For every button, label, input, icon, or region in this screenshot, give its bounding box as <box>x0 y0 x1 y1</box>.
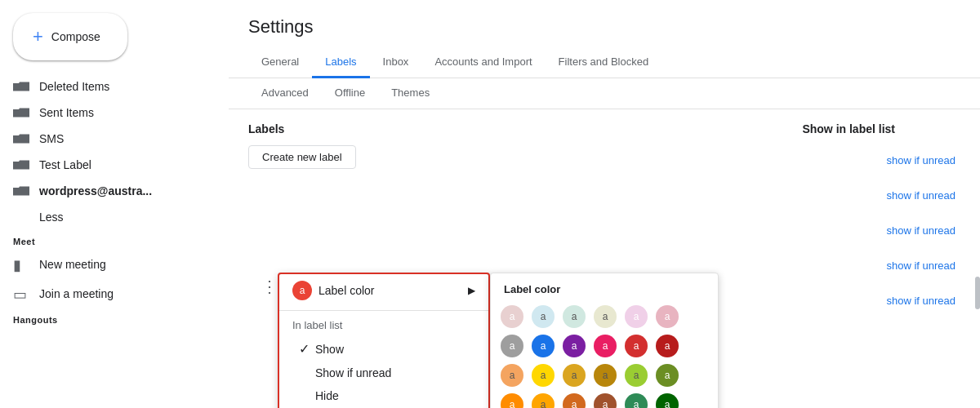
color-circle-17[interactable]: a <box>625 364 648 387</box>
sidebar-item-label: SMS <box>39 132 64 145</box>
tab-offline[interactable]: Offline <box>322 78 378 109</box>
sidebar-item-sms[interactable]: SMS <box>0 126 216 152</box>
context-show-option[interactable]: ✓ Show <box>279 336 488 361</box>
folder-icon <box>13 106 29 119</box>
context-hide-option[interactable]: Hide <box>279 384 488 407</box>
main-content: Settings General Labels Inbox Accounts a… <box>229 0 980 408</box>
compose-button[interactable]: + Compose <box>13 13 127 60</box>
label-color-submenu: Label color a a a a a a a a a a a a a <box>490 273 719 408</box>
less-label: Less <box>39 211 64 224</box>
color-circle-8[interactable]: a <box>532 335 555 357</box>
create-new-label-button[interactable]: Create new label <box>248 145 356 169</box>
meet-item-label: New meeting <box>39 258 106 271</box>
context-show-if-unread-option[interactable]: Show if unread <box>279 361 488 384</box>
show-if-unread-column: show if unread show if unread show if un… <box>886 154 956 307</box>
show-in-label-list-header: Show in label list <box>802 122 895 135</box>
scrollbar[interactable] <box>975 277 980 309</box>
color-circle-4[interactable]: a <box>594 305 617 328</box>
context-divider-1 <box>279 310 488 311</box>
meet-section-label: Meet <box>0 230 229 250</box>
color-circle-5[interactable]: a <box>625 305 648 328</box>
sidebar: + Compose Deleted Items Sent Items SMS T… <box>0 0 229 408</box>
tab-accounts-import[interactable]: Accounts and Import <box>421 47 545 78</box>
color-circle-2[interactable]: a <box>532 305 555 328</box>
less-button[interactable]: Less <box>0 204 229 230</box>
color-circle-10[interactable]: a <box>594 335 617 357</box>
color-circle-15[interactable]: a <box>563 364 586 387</box>
meet-item-label: Join a meeting <box>39 287 114 300</box>
hide-label: Hide <box>315 389 339 402</box>
label-letter: a <box>300 285 305 296</box>
folder-icon <box>13 158 29 171</box>
sidebar-item-label: wordpress@austra... <box>39 184 152 197</box>
hangouts-section-label: Hangouts <box>0 308 229 328</box>
compose-plus-icon: + <box>33 26 43 47</box>
tab-labels[interactable]: Labels <box>312 47 369 78</box>
color-circle-16[interactable]: a <box>594 364 617 387</box>
color-circle-13[interactable]: a <box>501 364 523 387</box>
tab-inbox[interactable]: Inbox <box>370 47 422 78</box>
join-meeting-item[interactable]: ▭ Join a meeting <box>0 279 229 308</box>
color-circle-18[interactable]: a <box>656 364 679 387</box>
three-dots-icon[interactable]: ⋮ <box>261 277 278 296</box>
sidebar-item-wordpress[interactable]: wordpress@austra... <box>0 178 216 204</box>
color-circle-22[interactable]: a <box>594 393 617 408</box>
content-area: Labels Create new label Show in label li… <box>229 109 980 182</box>
color-circle-21[interactable]: a <box>563 393 586 408</box>
new-meeting-item[interactable]: ▮ New meeting <box>0 250 229 279</box>
keyboard-icon: ▭ <box>13 286 29 302</box>
color-circle-19[interactable]: a <box>501 393 523 408</box>
label-letter-circle: a <box>292 281 312 300</box>
color-circle-7[interactable]: a <box>501 335 523 357</box>
tabs-row-2: Advanced Offline Themes <box>229 78 980 109</box>
color-circle-23[interactable]: a <box>625 393 648 408</box>
sidebar-item-label: Deleted Items <box>39 80 109 93</box>
sidebar-item-label: Test Label <box>39 158 91 171</box>
show-if-unread-5[interactable]: show if unread <box>886 295 956 307</box>
submenu-title: Label color <box>501 283 708 295</box>
compose-label: Compose <box>51 30 100 43</box>
color-grid-row2: a a a a a a <box>501 335 708 357</box>
folder-icon <box>13 132 29 145</box>
in-label-list-section: In label list <box>279 314 488 336</box>
settings-title: Settings <box>229 0 980 47</box>
color-circle-14[interactable]: a <box>532 364 555 387</box>
color-circle-11[interactable]: a <box>625 335 648 357</box>
color-circle-24[interactable]: a <box>656 393 679 408</box>
color-circle-9[interactable]: a <box>563 335 586 357</box>
color-circle-6[interactable]: a <box>656 305 679 328</box>
color-circle-12[interactable]: a <box>656 335 679 357</box>
context-menu: a Label color ▶ In label list ✓ Show Sho… <box>278 273 490 408</box>
color-grid-row1: a a a a a a <box>501 305 708 328</box>
show-if-unread-4[interactable]: show if unread <box>886 259 956 272</box>
show-label: Show <box>315 343 344 356</box>
color-circle-20[interactable]: a <box>532 393 555 408</box>
color-circle-3[interactable]: a <box>563 305 586 328</box>
show-if-unread-2[interactable]: show if unread <box>886 189 956 202</box>
show-if-unread-label: Show if unread <box>315 366 391 379</box>
folder-icon <box>13 80 29 93</box>
color-grid-row4: a a a a a a <box>501 393 708 408</box>
folder-icon <box>13 184 29 197</box>
show-if-unread-1[interactable]: show if unread <box>886 154 956 166</box>
video-icon: ▮ <box>13 256 29 273</box>
tab-advanced[interactable]: Advanced <box>248 78 322 109</box>
color-grid-row3: a a a a a a <box>501 364 708 387</box>
context-label-color-item[interactable]: a Label color ▶ <box>279 274 488 307</box>
checkmark-icon: ✓ <box>299 341 315 357</box>
tab-themes[interactable]: Themes <box>378 78 443 109</box>
sidebar-item-testlabel[interactable]: Test Label <box>0 152 216 178</box>
label-color-text: Label color <box>318 284 468 297</box>
show-if-unread-3[interactable]: show if unread <box>886 224 956 237</box>
sidebar-item-deleted[interactable]: Deleted Items <box>0 73 216 100</box>
tab-general[interactable]: General <box>248 47 312 78</box>
labels-header: Labels <box>248 122 356 135</box>
sidebar-item-label: Sent Items <box>39 106 94 119</box>
color-circle-1[interactable]: a <box>501 305 523 328</box>
tabs-row-1: General Labels Inbox Accounts and Import… <box>229 47 980 78</box>
tab-filters-blocked[interactable]: Filters and Blocked <box>546 47 662 78</box>
chevron-right-icon: ▶ <box>468 285 475 296</box>
sidebar-item-sent[interactable]: Sent Items <box>0 100 216 126</box>
